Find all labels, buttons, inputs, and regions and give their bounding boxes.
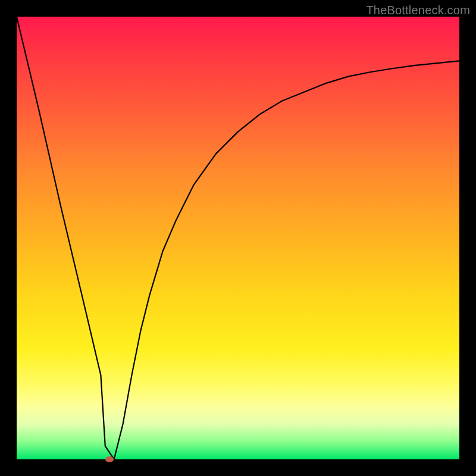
watermark-text: TheBottleneck.com <box>366 4 470 17</box>
min-marker <box>105 456 114 462</box>
plot-area <box>17 17 459 459</box>
curve-svg <box>17 17 459 459</box>
chart-frame: TheBottleneck.com <box>0 0 476 476</box>
bottleneck-curve-path <box>17 17 459 459</box>
